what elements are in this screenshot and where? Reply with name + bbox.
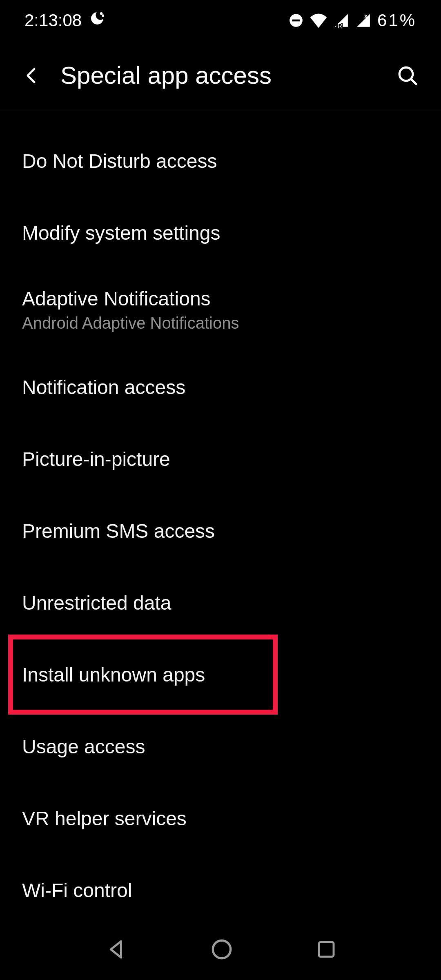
list-item-label: Modify system settings — [22, 222, 419, 244]
list-item-wifi-control[interactable]: Wi-Fi control — [0, 854, 441, 926]
svg-rect-3 — [292, 20, 300, 22]
list-item-premium-sms[interactable]: Premium SMS access — [0, 495, 441, 567]
svg-line-8 — [411, 79, 416, 84]
list-item-sublabel: Android Adaptive Notifications — [22, 314, 419, 332]
svg-point-0 — [100, 13, 102, 14]
search-button[interactable] — [396, 64, 419, 87]
list-item-label: Adaptive Notifications — [22, 287, 419, 310]
list-item-vr-helper[interactable]: VR helper services — [0, 782, 441, 854]
list-item-install-unknown-apps[interactable]: Install unknown apps — [0, 639, 441, 710]
navigation-bar — [0, 919, 441, 980]
svg-text:R: R — [337, 22, 342, 28]
settings-list: Do Not Disturb access Modify system sett… — [0, 110, 441, 926]
nav-recents-button[interactable] — [315, 938, 337, 960]
status-time: 2:13:08 — [24, 11, 82, 30]
signal-x-icon: x — [355, 13, 372, 28]
list-item-label: Unrestricted data — [22, 592, 419, 614]
svg-rect-10 — [319, 942, 334, 957]
signal-roaming-icon: R — [333, 13, 350, 28]
back-button[interactable] — [22, 66, 42, 85]
battery-percent: 61% — [377, 11, 416, 30]
list-item-notification-access[interactable]: Notification access — [0, 351, 441, 423]
list-item-label: Usage access — [22, 735, 419, 758]
svg-point-1 — [102, 15, 104, 16]
list-item-modify-system[interactable]: Modify system settings — [0, 197, 441, 269]
status-right: R x 61% — [288, 11, 416, 30]
list-item-picture-in-picture[interactable]: Picture-in-picture — [0, 423, 441, 495]
list-item-label: Do Not Disturb access — [22, 150, 419, 172]
nav-back-button[interactable] — [104, 937, 128, 962]
list-item-adaptive-notifications[interactable]: Adaptive Notifications Android Adaptive … — [0, 269, 441, 351]
list-item-usage-access[interactable]: Usage access — [0, 710, 441, 782]
list-item-label: Premium SMS access — [22, 520, 419, 542]
list-item-label: VR helper services — [22, 807, 419, 830]
status-left: 2:13:08 — [24, 10, 105, 31]
list-item-label: Picture-in-picture — [22, 448, 419, 470]
wifi-icon — [310, 13, 327, 28]
list-item-dnd-access[interactable]: Do Not Disturb access — [0, 125, 441, 197]
page-title: Special app access — [60, 61, 396, 89]
list-item-label: Wi-Fi control — [22, 879, 419, 902]
dnd-icon — [288, 13, 304, 28]
list-item-unrestricted-data[interactable]: Unrestricted data — [0, 567, 441, 639]
status-bar: 2:13:08 R x 61% — [0, 0, 441, 41]
svg-point-9 — [213, 940, 231, 958]
nav-home-button[interactable] — [210, 938, 234, 961]
bedtime-icon — [89, 10, 105, 31]
list-item-label: Install unknown apps — [22, 664, 419, 686]
svg-text:x: x — [364, 13, 368, 20]
app-bar: Special app access — [0, 41, 441, 110]
list-item-label: Notification access — [22, 376, 419, 399]
